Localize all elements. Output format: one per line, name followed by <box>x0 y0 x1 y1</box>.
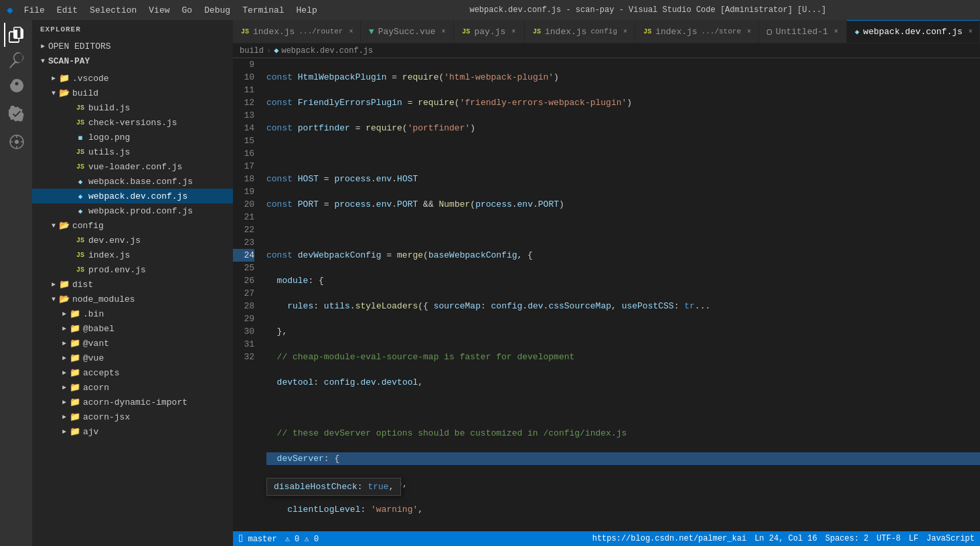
folder-icon: 📁 <box>70 323 80 334</box>
code-line-13: const HOST = process.env.HOST <box>266 173 980 185</box>
sidebar-item-vscode[interactable]: ► 📁 .vscode <box>32 71 233 86</box>
acorn-dynamic-label: acorn-dynamic-import <box>83 397 187 407</box>
menu-edit[interactable]: Edit <box>52 4 83 17</box>
tab-label: webpack.dev.conf.js <box>864 27 963 37</box>
tab-index-router[interactable]: JS index.js .../router × <box>233 20 361 43</box>
sidebar-item-checkversions[interactable]: ► JS check-versions.js <box>32 115 233 130</box>
folder-open-icon: 📂 <box>59 88 70 98</box>
sidebar-item-logopng[interactable]: ► ◼ logo.png <box>32 130 233 145</box>
tab-pay-js[interactable]: JS pay.js × <box>454 20 525 43</box>
tab-index-config[interactable]: JS index.js config × <box>525 20 635 43</box>
checkversions-label: check-versions.js <box>88 118 177 128</box>
menu-debug[interactable]: Debug <box>199 4 236 17</box>
sidebar-item-babel[interactable]: ► 📁 @babel <box>32 321 233 336</box>
autocomplete-popup: disableHostCheck: true, <box>266 478 401 496</box>
tab-untitled[interactable]: ▢ Untitled-1 × <box>759 20 847 43</box>
folder-icon: 📁 <box>70 412 80 422</box>
code-area: 9 10 11 12 13 14 15 16 17 18 19 20 21 22… <box>233 58 980 531</box>
code-line-27: historyApiFallback: { <box>266 529 980 531</box>
error-count: ⚠ 0 ⚠ 0 <box>285 534 319 544</box>
activity-remote[interactable] <box>4 130 28 154</box>
js-icon: JS <box>75 161 86 172</box>
menu-terminal[interactable]: Terminal <box>237 4 289 17</box>
window-title: webpack.dev.conf.js - scan-pay - Visual … <box>323 5 973 15</box>
svg-point-1 <box>15 140 19 144</box>
project-root[interactable]: ▼ SCAN-PAY <box>32 54 233 68</box>
babel-label: @babel <box>83 324 114 334</box>
sidebar-item-acorn-dynamic[interactable]: ► 📁 acorn-dynamic-import <box>32 395 233 410</box>
sidebar-item-ajv[interactable]: ► 📁 ajv <box>32 424 233 439</box>
folder-icon: 📁 <box>70 308 80 319</box>
js-icon: JS <box>75 264 86 275</box>
code-line-23: // these devServer options should be cus… <box>266 427 980 440</box>
editor-content[interactable]: 9 10 11 12 13 14 15 16 17 18 19 20 21 22… <box>233 58 980 531</box>
menu-selection[interactable]: Selection <box>84 4 142 17</box>
activity-search[interactable] <box>4 48 28 72</box>
status-bar: ⌷ master ⚠ 0 ⚠ 0 https://blog.csdn.net/p… <box>233 531 980 546</box>
sidebar-item-build[interactable]: ▼ 📂 build <box>32 86 233 100</box>
activity-explorer[interactable] <box>4 23 28 47</box>
sidebar-item-vue[interactable]: ► 📁 @vue <box>32 351 233 365</box>
status-url[interactable]: https://blog.csdn.net/palmer_kai <box>592 534 746 543</box>
sidebar-item-prodenv[interactable]: ► JS prod.env.js <box>32 262 233 277</box>
tab-label: index.js <box>655 27 697 37</box>
js-tab-icon: JS <box>643 28 651 35</box>
sidebar-item-webpackbase[interactable]: ► ◆ webpack.base.conf.js <box>32 174 233 189</box>
menu-go[interactable]: Go <box>177 4 198 17</box>
menu-file[interactable]: File <box>19 4 50 17</box>
project-name: SCAN-PAY <box>48 56 90 66</box>
prodenv-label: prod.env.js <box>88 265 146 275</box>
open-editors-arrow: ► <box>37 41 48 52</box>
tab-close-button[interactable]: × <box>621 27 629 37</box>
js-tab-icon: JS <box>533 28 541 35</box>
menu-view[interactable]: View <box>143 4 175 17</box>
dist-label: dist <box>72 280 93 290</box>
code-line-26: clientLogLevel: 'warning', <box>266 503 980 516</box>
sidebar-item-vueloader[interactable]: ► JS vue-loader.conf.js <box>32 159 233 174</box>
tab-close-button[interactable]: × <box>509 27 517 37</box>
webpackdev-label: webpack.dev.conf.js <box>88 191 187 201</box>
tab-index-store[interactable]: JS index.js .../store × <box>635 20 758 43</box>
code-content[interactable]: const HtmlWebpackPlugin = require('html-… <box>261 58 980 531</box>
js-icon: JS <box>75 102 86 113</box>
tab-close-button[interactable]: × <box>745 27 753 37</box>
tab-close-button[interactable]: × <box>347 27 355 37</box>
tab-close-button[interactable]: × <box>440 27 448 37</box>
sidebar-item-utilsjs[interactable]: ► JS utils.js <box>32 145 233 159</box>
webpack-icon: ◆ <box>75 191 86 201</box>
sidebar-item-nodemodules[interactable]: ▼ 📂 node_modules <box>32 292 233 306</box>
sidebar-item-dist[interactable]: ► 📁 dist <box>32 277 233 292</box>
sidebar-item-webpackdev[interactable]: ► ◆ webpack.dev.conf.js <box>32 189 233 203</box>
tab-paysucc[interactable]: ▼ PaySucc.vue × <box>361 20 454 43</box>
breadcrumb-file[interactable]: webpack.dev.conf.js <box>281 46 373 56</box>
tab-close-button[interactable]: × <box>832 27 840 37</box>
sidebar-item-buildjs[interactable]: ► JS build.js <box>32 100 233 115</box>
sidebar-item-bin[interactable]: ► 📁 .bin <box>32 306 233 321</box>
sidebar-item-accepts[interactable]: ► 📁 accepts <box>32 365 233 380</box>
sidebar-item-acorn[interactable]: ► 📁 acorn <box>32 380 233 395</box>
spaces: Spaces: 2 <box>825 534 869 543</box>
code-line-14: const PORT = process.env.PORT && Number(… <box>266 198 980 211</box>
accepts-label: accepts <box>83 368 120 378</box>
bin-label: .bin <box>83 309 104 319</box>
sidebar-item-devenv[interactable]: ► JS dev.env.js <box>32 233 233 248</box>
activity-extensions[interactable] <box>4 102 28 126</box>
sidebar-item-config[interactable]: ▼ 📂 config <box>32 218 233 233</box>
open-editors-section[interactable]: ► OPEN EDITORS <box>32 39 233 54</box>
menu-help[interactable]: Help <box>291 4 323 17</box>
sidebar-item-vant[interactable]: ► 📁 @vant <box>32 336 233 351</box>
code-line-9: const HtmlWebpackPlugin = require('html-… <box>266 71 980 84</box>
main-layout: EXPLORER ► OPEN EDITORS ▼ SCAN-PAY ► 📁 .… <box>0 20 980 546</box>
vue-label: @vue <box>83 353 104 363</box>
activity-source-control[interactable] <box>4 74 28 98</box>
sidebar-item-acorn-jsx[interactable]: ► 📁 acorn-jsx <box>32 410 233 424</box>
code-line-12 <box>266 147 980 160</box>
breadcrumb-icon: ◆ <box>274 46 278 56</box>
sidebar-item-indexconfig[interactable]: ► JS index.js <box>32 248 233 262</box>
tab-sublabel: .../router <box>299 27 343 35</box>
vscode-label: .vscode <box>72 74 109 84</box>
breadcrumb-build[interactable]: build <box>240 46 264 56</box>
tab-close-button[interactable]: × <box>967 27 975 37</box>
sidebar-item-webpackprod[interactable]: ► ◆ webpack.prod.conf.js <box>32 203 233 218</box>
tab-webpack-dev[interactable]: ◆ webpack.dev.conf.js × <box>847 20 980 43</box>
